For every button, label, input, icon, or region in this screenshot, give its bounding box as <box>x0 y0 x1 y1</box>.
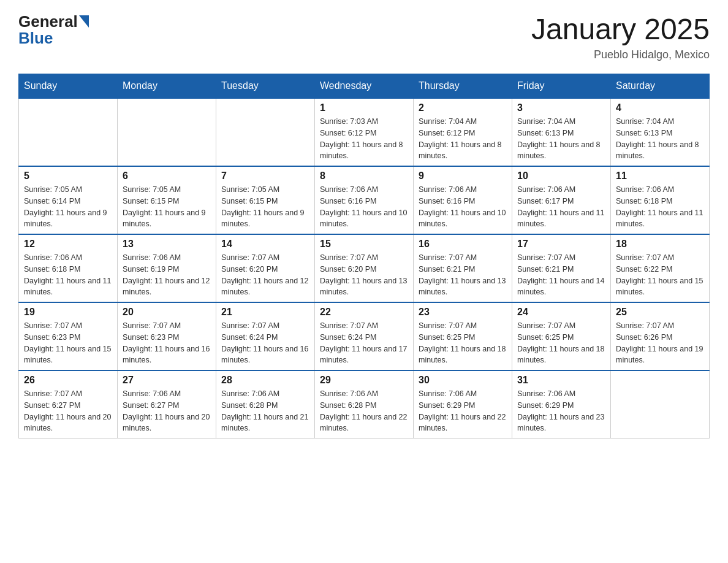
calendar-cell: 14Sunrise: 7:07 AM Sunset: 6:20 PM Dayli… <box>216 234 315 302</box>
day-number: 20 <box>123 307 211 318</box>
day-number: 13 <box>123 239 211 250</box>
day-info: Sunrise: 7:04 AM Sunset: 6:12 PM Dayligh… <box>419 116 507 162</box>
header-row: SundayMondayTuesdayWednesdayThursdayFrid… <box>19 74 710 99</box>
day-number: 2 <box>419 102 507 113</box>
calendar-cell: 18Sunrise: 7:07 AM Sunset: 6:22 PM Dayli… <box>611 234 710 302</box>
day-info: Sunrise: 7:07 AM Sunset: 6:21 PM Dayligh… <box>419 252 507 298</box>
day-info: Sunrise: 7:06 AM Sunset: 6:29 PM Dayligh… <box>517 388 605 434</box>
week-row-5: 26Sunrise: 7:07 AM Sunset: 6:27 PM Dayli… <box>19 370 710 439</box>
header-friday: Friday <box>512 74 611 99</box>
day-number: 8 <box>320 170 408 182</box>
day-number: 26 <box>24 375 112 386</box>
day-info: Sunrise: 7:06 AM Sunset: 6:19 PM Dayligh… <box>123 252 211 298</box>
calendar-body: 1Sunrise: 7:03 AM Sunset: 6:12 PM Daylig… <box>19 98 710 439</box>
day-number: 19 <box>24 307 112 318</box>
day-number: 21 <box>221 307 309 318</box>
day-number: 29 <box>320 375 408 386</box>
calendar-cell: 19Sunrise: 7:07 AM Sunset: 6:23 PM Dayli… <box>19 302 118 370</box>
week-row-4: 19Sunrise: 7:07 AM Sunset: 6:23 PM Dayli… <box>19 302 710 370</box>
day-info: Sunrise: 7:03 AM Sunset: 6:12 PM Dayligh… <box>320 116 408 162</box>
day-info: Sunrise: 7:06 AM Sunset: 6:16 PM Dayligh… <box>419 184 507 230</box>
calendar-cell <box>611 370 710 439</box>
calendar-cell: 20Sunrise: 7:07 AM Sunset: 6:23 PM Dayli… <box>118 302 216 370</box>
day-info: Sunrise: 7:07 AM Sunset: 6:25 PM Dayligh… <box>419 320 507 366</box>
calendar-cell: 16Sunrise: 7:07 AM Sunset: 6:21 PM Dayli… <box>414 234 512 302</box>
calendar-cell: 23Sunrise: 7:07 AM Sunset: 6:25 PM Dayli… <box>414 302 512 370</box>
calendar-cell: 12Sunrise: 7:06 AM Sunset: 6:18 PM Dayli… <box>19 234 118 302</box>
day-number: 7 <box>221 170 309 182</box>
day-info: Sunrise: 7:07 AM Sunset: 6:24 PM Dayligh… <box>320 320 408 366</box>
calendar-header: SundayMondayTuesdayWednesdayThursdayFrid… <box>19 74 710 99</box>
calendar-cell: 13Sunrise: 7:06 AM Sunset: 6:19 PM Dayli… <box>118 234 216 302</box>
day-info: Sunrise: 7:05 AM Sunset: 6:14 PM Dayligh… <box>24 184 112 230</box>
day-number: 3 <box>517 102 605 113</box>
location: Pueblo Hidalgo, Mexico <box>531 48 710 61</box>
day-info: Sunrise: 7:05 AM Sunset: 6:15 PM Dayligh… <box>123 184 211 230</box>
calendar-cell: 15Sunrise: 7:07 AM Sunset: 6:20 PM Dayli… <box>315 234 414 302</box>
header-thursday: Thursday <box>414 74 512 99</box>
day-info: Sunrise: 7:07 AM Sunset: 6:22 PM Dayligh… <box>616 252 704 298</box>
calendar-cell: 6Sunrise: 7:05 AM Sunset: 6:15 PM Daylig… <box>118 166 216 234</box>
calendar-cell: 26Sunrise: 7:07 AM Sunset: 6:27 PM Dayli… <box>19 370 118 439</box>
day-info: Sunrise: 7:06 AM Sunset: 6:18 PM Dayligh… <box>616 184 704 230</box>
day-number: 24 <box>517 307 605 318</box>
calendar-cell: 5Sunrise: 7:05 AM Sunset: 6:14 PM Daylig… <box>19 166 118 234</box>
calendar-cell: 28Sunrise: 7:06 AM Sunset: 6:28 PM Dayli… <box>216 370 315 439</box>
day-info: Sunrise: 7:07 AM Sunset: 6:26 PM Dayligh… <box>616 320 704 366</box>
day-info: Sunrise: 7:04 AM Sunset: 6:13 PM Dayligh… <box>517 116 605 162</box>
calendar-cell: 7Sunrise: 7:05 AM Sunset: 6:15 PM Daylig… <box>216 166 315 234</box>
day-number: 23 <box>419 307 507 318</box>
month-title: January 2025 <box>531 12 710 46</box>
day-number: 31 <box>517 375 605 386</box>
calendar-cell: 2Sunrise: 7:04 AM Sunset: 6:12 PM Daylig… <box>414 98 512 166</box>
day-number: 10 <box>517 170 605 182</box>
header-sunday: Sunday <box>19 74 118 99</box>
day-info: Sunrise: 7:07 AM Sunset: 6:24 PM Dayligh… <box>221 320 309 366</box>
calendar-cell: 21Sunrise: 7:07 AM Sunset: 6:24 PM Dayli… <box>216 302 315 370</box>
logo-blue-text: Blue <box>18 29 53 48</box>
day-info: Sunrise: 7:07 AM Sunset: 6:23 PM Dayligh… <box>24 320 112 366</box>
calendar-table: SundayMondayTuesdayWednesdayThursdayFrid… <box>18 74 710 439</box>
header-monday: Monday <box>118 74 216 99</box>
svg-marker-0 <box>79 15 89 28</box>
page-header: General Blue January 2025 Pueblo Hidalgo… <box>18 12 710 61</box>
day-number: 22 <box>320 307 408 318</box>
day-number: 25 <box>616 307 704 318</box>
day-info: Sunrise: 7:07 AM Sunset: 6:20 PM Dayligh… <box>320 252 408 298</box>
calendar-cell: 22Sunrise: 7:07 AM Sunset: 6:24 PM Dayli… <box>315 302 414 370</box>
day-info: Sunrise: 7:04 AM Sunset: 6:13 PM Dayligh… <box>616 116 704 162</box>
week-row-1: 1Sunrise: 7:03 AM Sunset: 6:12 PM Daylig… <box>19 98 710 166</box>
day-info: Sunrise: 7:06 AM Sunset: 6:28 PM Dayligh… <box>320 388 408 434</box>
day-info: Sunrise: 7:07 AM Sunset: 6:21 PM Dayligh… <box>517 252 605 298</box>
day-number: 5 <box>24 170 112 182</box>
day-info: Sunrise: 7:06 AM Sunset: 6:29 PM Dayligh… <box>419 388 507 434</box>
day-number: 9 <box>419 170 507 182</box>
week-row-2: 5Sunrise: 7:05 AM Sunset: 6:14 PM Daylig… <box>19 166 710 234</box>
day-number: 16 <box>419 239 507 250</box>
day-number: 30 <box>419 375 507 386</box>
calendar-cell <box>118 98 216 166</box>
day-number: 11 <box>616 170 704 182</box>
day-info: Sunrise: 7:07 AM Sunset: 6:25 PM Dayligh… <box>517 320 605 366</box>
day-info: Sunrise: 7:07 AM Sunset: 6:20 PM Dayligh… <box>221 252 309 298</box>
day-info: Sunrise: 7:06 AM Sunset: 6:27 PM Dayligh… <box>123 388 211 434</box>
day-info: Sunrise: 7:07 AM Sunset: 6:27 PM Dayligh… <box>24 388 112 434</box>
logo-arrow-icon <box>79 15 89 28</box>
day-number: 4 <box>616 102 704 113</box>
day-number: 15 <box>320 239 408 250</box>
day-info: Sunrise: 7:06 AM Sunset: 6:17 PM Dayligh… <box>517 184 605 230</box>
header-tuesday: Tuesday <box>216 74 315 99</box>
week-row-3: 12Sunrise: 7:06 AM Sunset: 6:18 PM Dayli… <box>19 234 710 302</box>
calendar-cell: 10Sunrise: 7:06 AM Sunset: 6:17 PM Dayli… <box>512 166 611 234</box>
day-number: 28 <box>221 375 309 386</box>
calendar-cell: 24Sunrise: 7:07 AM Sunset: 6:25 PM Dayli… <box>512 302 611 370</box>
calendar-cell: 1Sunrise: 7:03 AM Sunset: 6:12 PM Daylig… <box>315 98 414 166</box>
day-number: 12 <box>24 239 112 250</box>
calendar-cell: 25Sunrise: 7:07 AM Sunset: 6:26 PM Dayli… <box>611 302 710 370</box>
calendar-cell: 30Sunrise: 7:06 AM Sunset: 6:29 PM Dayli… <box>414 370 512 439</box>
calendar-cell <box>19 98 118 166</box>
day-number: 1 <box>320 102 408 113</box>
calendar-cell: 9Sunrise: 7:06 AM Sunset: 6:16 PM Daylig… <box>414 166 512 234</box>
calendar-cell: 29Sunrise: 7:06 AM Sunset: 6:28 PM Dayli… <box>315 370 414 439</box>
header-wednesday: Wednesday <box>315 74 414 99</box>
